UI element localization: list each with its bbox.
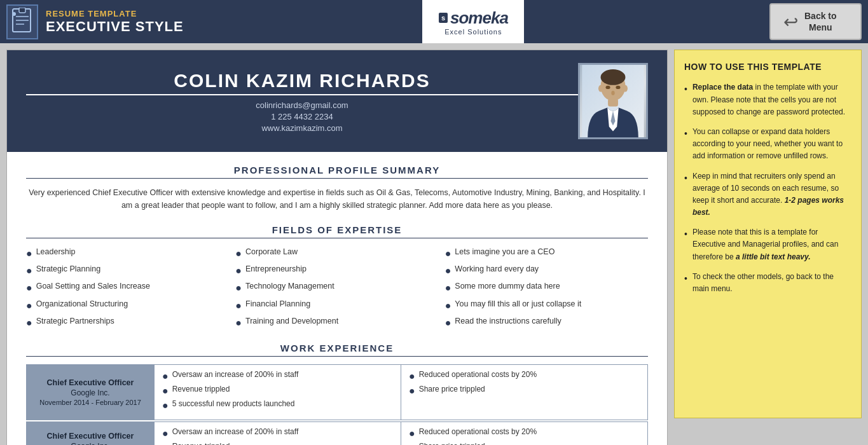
bullet-icon: ●	[235, 317, 242, 329]
list-item: ●Share price trippled	[409, 442, 640, 445]
how-to-text: Keep in mind that recruiters only spend …	[692, 170, 851, 219]
bullet-icon: ●	[162, 442, 169, 445]
expertise-item-label: Corporate Law	[245, 247, 298, 256]
someka-logo: s someka Excel Solutions	[422, 0, 524, 43]
svg-point-14	[611, 90, 614, 95]
job-title: Chief Executive Officer	[34, 432, 146, 441]
profile-summary-section: PROFESSIONAL PROFILE SUMMARY Very experi…	[26, 165, 648, 212]
resume-icon	[6, 4, 38, 39]
list-item: ●Share price trippled	[409, 385, 640, 397]
candidate-email: colinrichards@gmail.com	[256, 100, 348, 110]
expertise-item-label: Leadership	[36, 247, 76, 256]
bullet-icon: ●	[26, 264, 32, 277]
work-achievements-col1: ●Oversaw an increase of 200% in staff ●R…	[154, 365, 401, 420]
list-item: ●Reduced operational costs by 20%	[409, 370, 640, 382]
candidate-website: www.kazimkazim.com	[261, 123, 342, 133]
list-item: ●Financial Planning	[235, 298, 438, 313]
bullet-icon: •	[684, 82, 687, 118]
expertise-grid: ●Leadership ●Corporate Law ●Lets imagine…	[26, 246, 648, 330]
list-item: ●Read the instructions carefully	[445, 315, 648, 330]
svg-point-11	[623, 85, 628, 92]
bullet-icon: •	[684, 127, 687, 163]
list-item: ●Reduced operational costs by 20%	[409, 427, 640, 439]
svg-rect-9	[608, 99, 618, 106]
expertise-item-label: Strategic Planning	[36, 264, 100, 273]
bullet-icon: ●	[409, 370, 415, 382]
work-left: Chief Executive Officer Google Inc. Nove…	[27, 365, 154, 420]
resume-body: PROFESSIONAL PROFILE SUMMARY Very experi…	[7, 152, 667, 445]
header-text: RESUME TEMPLATE EXECUTIVE STYLE	[46, 9, 184, 35]
how-to-title: HOW TO USE THIS TEMPLATE	[684, 60, 851, 74]
profile-summary-text: Very experienced Chief Executive Officer…	[26, 186, 648, 212]
list-item: ●Some more dummy data here	[445, 280, 648, 295]
work-experience-section: WORK EXPERIENCE Chief Executive Officer …	[26, 343, 648, 445]
bullet-icon: ●	[162, 385, 169, 397]
bullet-icon: ●	[235, 282, 242, 294]
svg-point-13	[616, 85, 620, 88]
svg-point-10	[598, 85, 603, 92]
company: Google Inc.	[34, 442, 146, 445]
header-left: RESUME TEMPLATE EXECUTIVE STYLE	[6, 4, 184, 39]
bullet-icon: ●	[445, 282, 451, 294]
bullet-icon: ●	[26, 299, 32, 312]
back-to-menu-text: Back toMenu	[804, 10, 837, 33]
how-to-text: To check the other models, go back to th…	[692, 271, 851, 295]
expertise-item-label: Technology Management	[245, 282, 334, 291]
svg-point-12	[606, 85, 610, 88]
bullet-icon: ●	[445, 264, 451, 277]
expertise-item-label: You may fill this all or just collapse i…	[455, 299, 581, 308]
work-entry: Chief Executive Officer Google Inc. Nove…	[26, 364, 648, 420]
bullet-icon: ●	[409, 385, 415, 397]
someka-logo-text: someka	[450, 8, 508, 28]
list-item: ●Strategic Planning	[26, 263, 229, 278]
list-item: ●You may fill this all or just collapse …	[445, 298, 648, 313]
expertise-item-label: Financial Planning	[245, 299, 310, 308]
bullet-icon: ●	[26, 247, 32, 259]
bullet-icon: ●	[445, 299, 451, 312]
svg-point-5	[12, 12, 16, 16]
resume-panel: COLIN KAZIM RICHARDS colinrichards@gmail…	[6, 50, 668, 445]
bullet-icon: ●	[409, 427, 415, 439]
list-item: ●Corporate Law	[235, 246, 438, 261]
bullet-icon: ●	[409, 442, 415, 445]
how-to-text: You can collapse or expand data holders …	[692, 126, 851, 163]
bullet-icon: ●	[162, 427, 169, 439]
someka-logo-sub: Excel Solutions	[444, 28, 502, 36]
how-to-text: Replace the data in the template with yo…	[692, 81, 851, 118]
list-item: ●Goal Setting and Sales Increase	[26, 280, 229, 295]
resume-header: COLIN KAZIM RICHARDS colinrichards@gmail…	[7, 50, 667, 152]
profile-summary-title: PROFESSIONAL PROFILE SUMMARY	[26, 165, 648, 179]
how-to-item: • To check the other models, go back to …	[684, 271, 851, 295]
list-item: ●Training and Development	[235, 315, 438, 330]
how-to-item: • Keep in mind that recruiters only spen…	[684, 170, 851, 219]
bullet-icon: •	[684, 271, 687, 295]
expertise-item-label: Training and Development	[245, 317, 338, 325]
how-to-item: • Please note that this is a template fo…	[684, 226, 851, 263]
list-item: ●Lets imagine you are a CEO	[445, 246, 648, 261]
bullet-icon: ●	[162, 370, 169, 382]
header-bar: RESUME TEMPLATE EXECUTIVE STYLE s someka…	[0, 0, 868, 43]
list-item: ●Technology Management	[235, 280, 438, 295]
bullet-icon: ●	[26, 317, 32, 329]
how-to-panel: HOW TO USE THIS TEMPLATE • Replace the d…	[674, 50, 862, 418]
how-to-text: Please note that this is a template for …	[692, 226, 851, 263]
bullet-icon: ●	[235, 247, 242, 259]
list-item: ●Revenue trippled	[162, 385, 393, 397]
work-achievements-col2: ●Reduced operational costs by 20% ●Share…	[401, 365, 647, 420]
expertise-item-label: Lets imagine you are a CEO	[455, 247, 555, 256]
employment-dates: November 2014 - February 2017	[34, 399, 146, 406]
how-to-item: • Replace the data in the template with …	[684, 81, 851, 118]
back-to-menu-button[interactable]: ↩ Back toMenu	[769, 3, 862, 40]
list-item: ●Strategic Partnerships	[26, 315, 229, 330]
bullet-icon: ●	[235, 264, 242, 277]
expertise-item-label: Organizational Structuring	[36, 299, 128, 308]
work-achievements-col1: ●Oversaw an increase of 200% in staff ●R…	[154, 422, 401, 446]
bullet-icon: ●	[162, 399, 169, 411]
list-item: ●Working hard every day	[445, 263, 648, 278]
list-item: ●5 successful new products launched	[162, 399, 393, 411]
expertise-title: FIELDS OF EXPERTISE	[26, 224, 648, 238]
expertise-item-label: Working hard every day	[455, 264, 539, 273]
work-entry: Chief Executive Officer Google Inc. ●Ove…	[26, 421, 648, 446]
list-item: ●Organizational Structuring	[26, 298, 229, 313]
candidate-info: COLIN KAZIM RICHARDS colinrichards@gmail…	[26, 70, 578, 133]
